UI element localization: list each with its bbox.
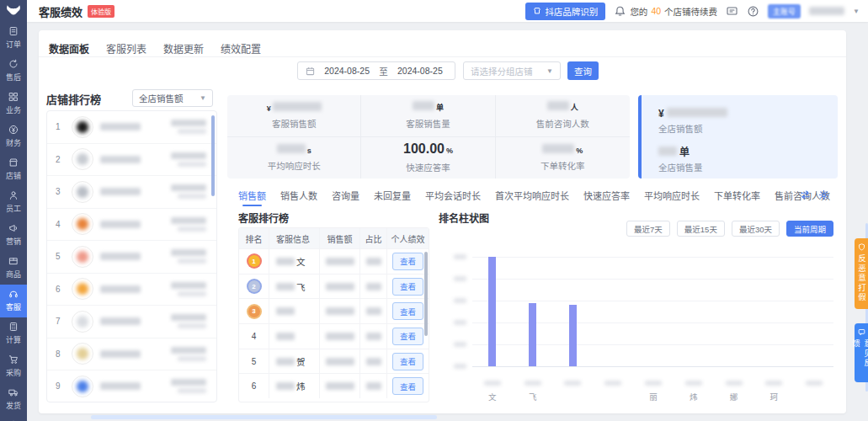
sidebar-item-service[interactable]: 客服 [0,285,27,317]
sidebar: 订单 售后 业务 财务 店铺 员工 营销 商品 客服 [0,0,27,421]
period-buttons: 最近7天最近15天最近30天当前周期 [626,221,833,237]
shop-ranking-row[interactable]: 3 [47,176,216,209]
metric-tab-0[interactable]: 销售额 [238,189,266,206]
shop-metric-select[interactable]: 全店销售额 ▼ [132,89,213,107]
renewal-notice[interactable]: 您的 40 个店铺待续费 [614,5,717,18]
shop-ranking-row[interactable]: 2 [47,144,216,177]
gear-icon[interactable] [818,189,829,200]
shop-rank: 6 [56,285,67,294]
sidebar-item-calc[interactable]: 计算 [0,317,27,350]
yen-icon [8,125,19,135]
message-icon[interactable] [726,5,738,18]
shop-ranking-row[interactable]: 6 [47,274,216,306]
cs-ranking-row: 4 查看 [239,323,429,349]
sidebar-item-shipping[interactable]: 发货 [0,383,27,416]
sidebar-item-settings[interactable]: 配置 [0,416,27,421]
chart-bar-1[interactable] [529,303,536,366]
summary-item-1: 单 全店销售量 [658,144,838,173]
masked-text [100,285,141,293]
shop-logo-avatar [72,148,93,170]
masked-text [178,388,206,393]
anti-fake-claim-button[interactable]: 反恶意打假 [855,238,868,309]
masked-text [326,358,354,365]
metric-tab-5[interactable]: 首次平均响应时长 [495,189,569,206]
cs-name-masked: 飞 [269,274,320,299]
metric-tab-8[interactable]: 下单转化率 [714,189,760,206]
metric-tab-7[interactable]: 平均响应时长 [644,189,700,206]
stat-unit: s [307,147,312,155]
shop-group-select[interactable]: 请选择分组店铺 ▼ [463,61,561,80]
chevron-down-icon[interactable]: ▼ [853,8,860,15]
help-icon[interactable] [747,5,759,18]
sidebar-item-staff[interactable]: 员工 [0,186,27,219]
view-performance-button[interactable]: 查看 [392,328,423,345]
nav-tab-1[interactable]: 客服列表 [106,41,146,56]
nav-tab-3[interactable]: 绩效配置 [221,41,261,56]
metric-tab-6[interactable]: 快速应答率 [583,189,630,206]
sidebar-item-orders[interactable]: 订单 [0,22,27,55]
masked-text [726,381,743,386]
shop-list-scrollbar[interactable] [211,115,215,196]
sidebar-item-aftersale[interactable]: 售后 [0,55,27,88]
stat-label: 平均响应时长 [268,159,321,172]
chart-bar-0[interactable] [488,257,496,366]
query-button[interactable]: 查询 [567,61,599,80]
view-performance-button[interactable]: 查看 [392,377,423,395]
page-scrollbar-horizontal[interactable] [91,415,437,419]
period-button-0[interactable]: 最近7天 [626,221,670,237]
sidebar-item-finance[interactable]: 财务 [0,120,27,153]
masked-text [100,156,141,163]
shop-ranking-row[interactable]: 9 [47,370,216,402]
brand-recognition-button[interactable]: 抖店品牌识别 [525,3,605,20]
view-performance-button[interactable]: 查看 [392,278,423,296]
period-button-2[interactable]: 最近30天 [732,221,780,237]
shop-ranking-row[interactable]: 8 [47,338,216,371]
nav-tab-0[interactable]: 数据面板 [49,41,89,56]
stat-value-row: ¥ [267,102,322,113]
metric-tab-4[interactable]: 平均会话时长 [425,189,481,206]
chart-bar-2[interactable] [569,305,577,366]
shop-ranking-row[interactable]: 5 [47,241,216,274]
sidebar-item-shop[interactable]: 店铺 [0,153,27,186]
sidebar-item-label: 营销 [6,236,21,247]
metric-tab-1[interactable]: 销售人数 [280,189,317,206]
shop-ranking-row[interactable]: 7 [47,306,216,338]
cs-table-scrollbar[interactable] [424,252,428,336]
shop-rank: 5 [56,252,67,261]
view-performance-button[interactable]: 查看 [392,353,423,370]
masked-text [542,144,574,153]
app-logo[interactable] [0,0,27,22]
silver-medal-icon: 2 [248,280,260,292]
nav-tab-2[interactable]: 数据更新 [163,41,204,56]
sidebar-item-business[interactable]: 业务 [0,88,27,120]
shop-ranking-list: 1 2 3 4 5 6 7 8 9 [46,110,217,402]
masked-text [413,101,434,110]
cs-column-header: 个人绩效 [387,228,429,248]
period-button-3[interactable]: 当前周期 [786,221,833,237]
sidebar-item-goods[interactable]: 商品 [0,252,27,285]
masked-text [171,152,206,159]
cs-rank: 4 [252,332,257,341]
metric-tab-3[interactable]: 未回复量 [374,189,411,206]
shop-ranking-row[interactable]: 4 [47,209,216,242]
shop-ranking-row[interactable]: 1 [47,111,216,144]
sidebar-item-marketing[interactable]: 营销 [0,219,27,252]
rank-bar-chart: 文飞丽炜娜珂 [439,241,839,402]
metric-tab-2[interactable]: 咨询量 [332,189,359,206]
view-performance-button[interactable]: 查看 [392,253,423,270]
masked-text [765,381,782,386]
feedback-button[interactable]: 意见反馈 [855,323,868,382]
masked-text [366,333,381,340]
cs-name-masked: 文 [269,249,320,274]
view-performance-button[interactable]: 查看 [392,302,423,320]
date-start[interactable]: 2024-08-25 [320,66,374,76]
date-end[interactable]: 2024-08-25 [393,66,447,76]
period-button-1[interactable]: 最近15天 [677,221,725,237]
sidebar-item-purchase[interactable]: 采购 [0,350,27,383]
date-range-picker[interactable]: 2024-08-25 至 2024-08-25 [297,61,455,80]
stat-unit: % [446,147,453,155]
swap-icon[interactable] [800,189,811,200]
stat-value-row: 人 [547,101,578,113]
box-icon [8,256,19,266]
account-name-masked[interactable] [809,7,844,15]
